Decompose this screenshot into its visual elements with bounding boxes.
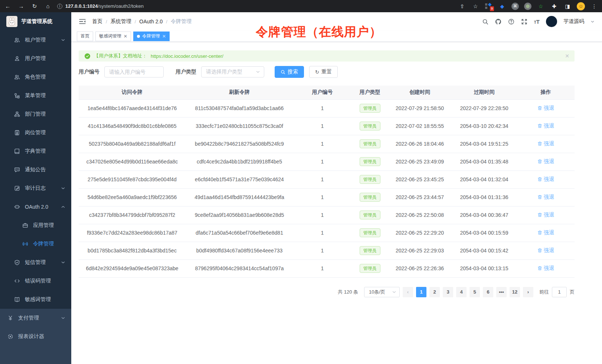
alert-close-icon[interactable]: ✕: [565, 53, 569, 59]
token-table: 访问令牌刷新令牌用户编号用户类型创建时间过期时间操作 1ea5e44f8bc14…: [79, 86, 575, 278]
star-extension-icon[interactable]: ☆: [537, 2, 545, 10]
search-button[interactable]: 搜索: [275, 66, 304, 78]
tab-item-1[interactable]: 敏感词管理✕: [95, 32, 131, 41]
github-icon[interactable]: [495, 18, 502, 25]
force-logout-button[interactable]: 强退: [537, 194, 554, 201]
force-logout-button[interactable]: 强退: [537, 176, 554, 183]
sidebar-item-menu-tree[interactable]: 菜单管理: [0, 86, 71, 105]
fullscreen-icon[interactable]: [521, 18, 528, 25]
force-logout-button[interactable]: 强退: [537, 158, 554, 165]
tab-close-icon[interactable]: ✕: [124, 34, 127, 39]
reset-button[interactable]: ↻ 重置: [309, 66, 338, 78]
refresh-token-cell: 333ecfc71e02480cb11055c875c3ca0f: [186, 117, 293, 135]
browser-menu-icon[interactable]: ⋮: [590, 2, 598, 10]
breadcrumb-item[interactable]: OAuth 2.0: [139, 19, 163, 24]
force-logout-button[interactable]: 强退: [537, 123, 554, 129]
force-logout-button[interactable]: 强退: [537, 265, 554, 272]
access-token-cell: b0d1785bc3a8482f812db4a3f3bd15ec: [79, 242, 186, 259]
sidebar-item-error-code[interactable]: 错误码管理: [0, 272, 71, 290]
breadcrumb-item[interactable]: 首页: [92, 18, 102, 25]
user-avatar[interactable]: [546, 16, 557, 27]
page-button[interactable]: 5: [470, 287, 480, 297]
table-row: 54d6be82ee5a460a9aedc1f9bf22365649d1aa46…: [79, 188, 575, 206]
sidebar-item-tenant-users[interactable]: 租户管理: [0, 31, 71, 49]
sidebar-item-user[interactable]: 用户管理: [0, 49, 71, 68]
app-logo[interactable]: 芋道管理系统: [0, 12, 71, 31]
table-row: c342377bf8b344799dcbf7bf095287f29ce8ef2a…: [79, 206, 575, 224]
gem-extension-icon[interactable]: ◆: [498, 2, 506, 10]
sidebar-item-oauth-robot[interactable]: OAuth 2.0: [0, 198, 71, 216]
collapse-sidebar-icon[interactable]: [79, 18, 86, 25]
goto-page-input[interactable]: [552, 287, 567, 297]
page-size-select[interactable]: 10条/页: [364, 287, 400, 297]
search-icon[interactable]: [482, 18, 489, 25]
extensions-cluster-icon[interactable]: 9: [485, 3, 493, 10]
page-button[interactable]: 12: [510, 287, 520, 297]
sidebar-item-audit-log[interactable]: 审计日志: [0, 179, 71, 198]
force-logout-button[interactable]: 强退: [537, 105, 554, 112]
sidebar-item-token-broadcast[interactable]: 令牌管理: [0, 235, 71, 253]
tab-home[interactable]: 首页: [77, 32, 93, 41]
prev-page-button[interactable]: ‹: [403, 287, 413, 297]
browser-profile-avatar[interactable]: ☺: [577, 2, 585, 10]
record-extension-icon[interactable]: [524, 3, 531, 10]
sidebar-item-pay-yen[interactable]: 支付管理: [0, 309, 71, 327]
create-time-cell: 2022-06-26 18:04:46: [388, 135, 451, 153]
page-button[interactable]: 6: [483, 287, 493, 297]
sidebar-item-role-users[interactable]: 角色管理: [0, 68, 71, 86]
split-screen-icon[interactable]: ◨: [563, 2, 572, 10]
sidebar-item-sms-shield[interactable]: 短信管理: [0, 253, 71, 272]
breadcrumb-item[interactable]: 系统管理: [111, 18, 131, 25]
user-menu-caret-icon[interactable]: [590, 20, 595, 24]
bookmark-star-icon[interactable]: ☆: [471, 2, 480, 10]
user-type-select[interactable]: 请选择用户类型: [201, 66, 264, 77]
user-type-cell: 管理员: [351, 117, 388, 135]
column-header: 用户类型: [351, 86, 388, 99]
sidebar-item-report-designer[interactable]: 报表设计器: [0, 327, 71, 346]
access-token-cell: 1ea5e44f8bc1467aaede43144f31de76: [79, 99, 186, 117]
help-icon[interactable]: [508, 18, 515, 25]
next-page-button[interactable]: ›: [523, 287, 533, 297]
trash-icon: [537, 106, 542, 110]
force-logout-button[interactable]: 强退: [537, 229, 554, 236]
sidebar-item-org-chart[interactable]: 部门管理: [0, 105, 71, 123]
more-pages-button[interactable]: •••: [496, 287, 507, 297]
sidebar-item-app-briefcase[interactable]: 应用管理: [0, 216, 71, 235]
action-cell: 强退: [517, 153, 575, 171]
user-id-input[interactable]: [104, 66, 164, 77]
table-row: 41c41346a548490f9dc8b01c6bfe0865333ecfc7…: [79, 117, 575, 135]
address-bar[interactable]: i 127.0.0.1:1024/system/oauth2/token: [57, 3, 144, 9]
sidebar-item-sensitive-word[interactable]: 敏感词管理: [0, 290, 71, 309]
browser-back-icon[interactable]: ←: [4, 2, 12, 10]
sidebar-item-notice-bubble[interactable]: 通知公告: [0, 161, 71, 179]
force-logout-button[interactable]: 强退: [537, 247, 554, 254]
page-button[interactable]: 1: [416, 287, 426, 297]
tab-close-icon[interactable]: ✕: [162, 34, 166, 39]
force-logout-button[interactable]: 强退: [537, 140, 554, 147]
sidebar-item-post-badge[interactable]: 岗位管理: [0, 123, 71, 142]
username[interactable]: 芋道源码: [563, 18, 584, 25]
page-button[interactable]: 2: [429, 287, 440, 297]
access-token-cell: 275e5de9151045fe87cbdc395e004f4d: [79, 171, 186, 188]
expire-time-cell: 2054-03-04 01:32:04: [451, 171, 517, 188]
font-size-icon[interactable]: TT: [534, 19, 540, 25]
tab-item-2[interactable]: 令牌管理✕: [133, 32, 170, 41]
action-cell: 强退: [517, 171, 575, 188]
force-logout-button[interactable]: 强退: [537, 212, 554, 218]
access-token-cell: f9336e7c7dd242a283ee98dc86b17a87: [79, 224, 186, 242]
browser-home-icon[interactable]: ⌂: [44, 2, 52, 10]
sidebar-item-dictionary[interactable]: 字典管理: [0, 142, 71, 161]
page-button[interactable]: 3: [443, 287, 453, 297]
breadcrumb-separator: /: [135, 19, 136, 24]
user-type-cell: 管理员: [351, 135, 388, 153]
share-icon[interactable]: ⇧: [458, 2, 466, 10]
column-header: 操作: [517, 86, 575, 99]
site-info-icon[interactable]: i: [57, 4, 62, 9]
command-extension-icon[interactable]: ⌘: [511, 3, 519, 10]
browser-reload-icon[interactable]: ↻: [30, 2, 39, 10]
sidebar-item-label: 字典管理: [25, 148, 46, 155]
puzzle-extensions-icon[interactable]: ✚: [550, 2, 558, 10]
page-button[interactable]: 4: [456, 287, 467, 297]
browser-forward-icon[interactable]: →: [17, 2, 25, 10]
doc-link[interactable]: https://doc.iocoder.cn/user-center/: [151, 53, 223, 59]
